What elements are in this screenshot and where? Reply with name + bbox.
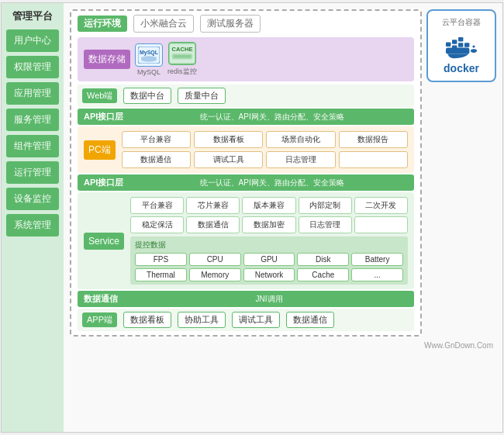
cloud-container-title: 云平台容器	[442, 17, 481, 28]
service-block: Service 平台兼容 芯片兼容 版本兼容 内部定制 二次开发 稳定保活 数据…	[78, 192, 414, 289]
docker-label: docker	[444, 62, 479, 74]
tizhi-grid-row1: FPS CPU GPU Disk Battery	[135, 253, 403, 266]
api-bar1-desc: 统一认证、API网关、路由分配、安全策略	[136, 112, 408, 123]
sidebar: 管理平台 用户中心 权限管理 应用管理 服务管理 组件管理 运行管理 设备监控 …	[2, 3, 64, 432]
data-comm-label: 数据通信	[84, 293, 118, 305]
app-item-1: 协助工具	[178, 312, 226, 328]
main-content: 运行环境 小米融合云 测试服务器 数据存储 MySQL	[64, 3, 502, 432]
xiaomi-cloud-tag: 小米融合云	[133, 15, 194, 33]
web-item-0: 数据中台	[123, 88, 171, 104]
api-bar2-desc: 统一认证、API网关、路由分配、安全策略	[136, 178, 408, 188]
service-item-0: 平台兼容	[130, 197, 184, 214]
service-label: Service	[84, 233, 124, 250]
app-label: APP端	[82, 312, 117, 327]
data-storage-row: 数据存储 MySQL MySQL	[78, 37, 414, 81]
svg-rect-12	[458, 43, 463, 47]
docker-box: 云平台容器 docker	[426, 9, 496, 82]
sidebar-item-component[interactable]: 组件管理	[6, 135, 59, 157]
run-env-tag: 运行环境	[78, 16, 127, 32]
tizhi-disk: Disk	[297, 253, 349, 266]
watermark: Www.GnDown.Com	[70, 340, 496, 351]
tizhi-grid-row2: Thermal Memory Network Cache ...	[135, 268, 403, 281]
service-item-9	[354, 216, 408, 233]
web-item-1: 质量中台	[178, 88, 226, 104]
app-row: APP端 数据看板 协助工具 调试工具 数据通信	[78, 309, 414, 331]
api-bar1-label: API接口层	[84, 111, 123, 123]
svg-rect-3	[141, 57, 157, 61]
pc-item-1: 数据看板	[194, 131, 263, 148]
svg-point-15	[471, 49, 477, 53]
sidebar-item-device[interactable]: 设备监控	[6, 188, 59, 210]
tizhi-gpu: GPU	[243, 253, 295, 266]
pc-label: PC端	[84, 140, 116, 160]
service-item-6: 数据通信	[186, 216, 240, 233]
service-top-grid: 平台兼容 芯片兼容 版本兼容 内部定制 二次开发 稳定保活 数据通信 数据加密 …	[130, 197, 408, 233]
service-item-3: 内部定制	[299, 197, 352, 214]
pc-block: PC端 平台兼容 数据看板 场景自动化 数据报告 数据通信 调试工具 日志管理	[78, 126, 414, 173]
svg-rect-14	[446, 48, 469, 54]
app-item-3: 数据通信	[286, 312, 334, 328]
test-server-tag: 测试服务器	[200, 15, 261, 33]
tizhi-thermal: Thermal	[135, 268, 187, 281]
service-item-5: 稳定保活	[130, 216, 184, 233]
mysql-icon: MySQL	[135, 43, 163, 67]
pc-item-4: 数据通信	[122, 151, 191, 168]
tizhi-label: 提控数据	[135, 240, 403, 250]
svg-rect-8	[446, 42, 450, 47]
api-bar2-label: API接口层	[84, 177, 123, 188]
web-label: Web端	[82, 88, 117, 103]
sidebar-item-run[interactable]: 运行管理	[6, 161, 59, 184]
tizhi-block: 提控数据 FPS CPU GPU Disk Battery Thermal Me…	[130, 236, 408, 285]
service-item-7: 数据加密	[242, 216, 295, 233]
web-row: Web端 数据中台 质量中台	[78, 85, 414, 107]
pc-item-6: 日志管理	[266, 151, 335, 168]
pc-item-2: 场景自动化	[266, 131, 335, 148]
service-item-8: 日志管理	[299, 216, 352, 233]
run-env-block: 运行环境 小米融合云 测试服务器 数据存储 MySQL	[70, 9, 422, 337]
pc-item-3: 数据报告	[339, 131, 408, 148]
sidebar-item-system[interactable]: 系统管理	[6, 214, 59, 236]
sidebar-item-service[interactable]: 服务管理	[6, 109, 59, 131]
svg-rect-9	[452, 40, 457, 44]
tizhi-cache: Cache	[297, 268, 349, 281]
data-comm-bar: 数据通信 JNI调用	[78, 291, 414, 307]
api-bar-1: API接口层 统一认证、API网关、路由分配、安全策略	[78, 109, 414, 125]
svg-rect-11	[458, 37, 463, 42]
mysql-box: MySQL MySQL	[135, 43, 163, 76]
tizhi-more: ...	[351, 268, 403, 281]
svg-point-16	[472, 45, 475, 47]
service-item-1: 芯片兼容	[186, 197, 240, 214]
docker-icon	[442, 31, 481, 62]
service-right: 平台兼容 芯片兼容 版本兼容 内部定制 二次开发 稳定保活 数据通信 数据加密 …	[130, 197, 408, 285]
cache-box: CACHE redis监控	[167, 42, 197, 77]
sidebar-item-auth[interactable]: 权限管理	[6, 56, 59, 78]
tizhi-battery: Battery	[351, 253, 403, 266]
cache-icon: CACHE	[168, 42, 196, 65]
run-env-header: 运行环境 小米融合云 测试服务器	[78, 15, 414, 33]
tizhi-cpu: CPU	[189, 253, 241, 266]
sidebar-item-user[interactable]: 用户中心	[6, 29, 59, 52]
svg-rect-7	[173, 55, 191, 58]
svg-text:CACHE: CACHE	[171, 46, 192, 53]
service-item-2: 版本兼容	[242, 197, 295, 214]
app-item-0: 数据看板	[123, 312, 171, 328]
tizhi-memory: Memory	[189, 268, 241, 281]
app-item-2: 调试工具	[232, 312, 280, 328]
mysql-label: MySQL	[137, 68, 161, 76]
sidebar-item-app[interactable]: 应用管理	[6, 82, 59, 105]
svg-rect-13	[464, 43, 469, 47]
data-comm-desc: JNI调用	[130, 294, 408, 305]
svg-text:MySQL: MySQL	[140, 50, 159, 56]
sidebar-title: 管理平台	[12, 9, 53, 23]
tizhi-fps: FPS	[135, 253, 187, 266]
pc-item-0: 平台兼容	[122, 131, 191, 148]
api-bar-2: API接口层 统一认证、API网关、路由分配、安全策略	[78, 174, 414, 191]
top-row: 运行环境 小米融合云 测试服务器 数据存储 MySQL	[70, 9, 496, 337]
pc-grid: 平台兼容 数据看板 场景自动化 数据报告 数据通信 调试工具 日志管理	[122, 131, 408, 168]
service-item-4: 二次开发	[354, 197, 408, 214]
tizhi-network: Network	[243, 268, 295, 281]
data-storage-label: 数据存储	[84, 50, 130, 69]
cache-label: redis监控	[167, 67, 197, 77]
pc-item-5: 调试工具	[194, 151, 263, 168]
pc-item-7	[339, 151, 408, 168]
